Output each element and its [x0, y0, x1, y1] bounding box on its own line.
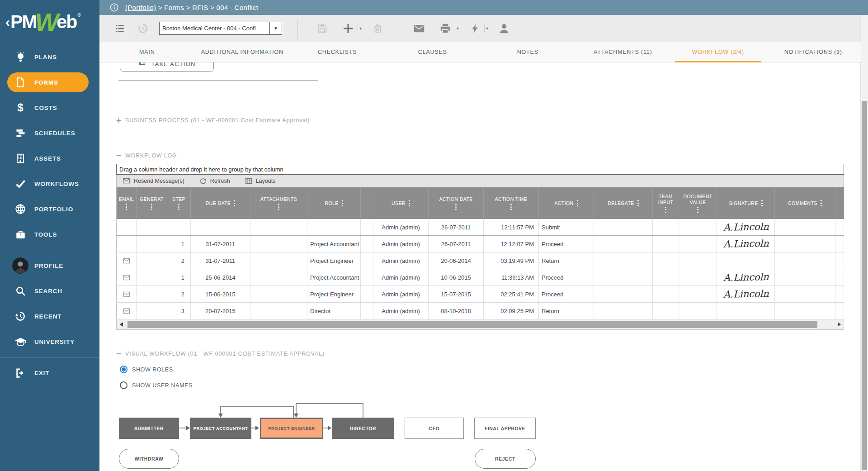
sidebar-item-costs[interactable]: $COSTS — [0, 95, 99, 120]
sidebar-item-forms[interactable]: FORMS — [0, 70, 99, 95]
history-button[interactable] — [137, 22, 149, 35]
sidebar-item-profile[interactable]: PROFILE — [0, 253, 99, 278]
tab-additional-information[interactable]: ADDITIONAL INFORMATION — [195, 42, 290, 62]
show-roles-radio[interactable]: SHOW ROLES — [120, 366, 173, 373]
sidebar-item-plans[interactable]: PLANS — [0, 44, 99, 70]
scroll-right-arrow[interactable] — [835, 319, 844, 329]
print-menu-caret[interactable]: ▾ — [457, 26, 459, 31]
column-header-delegate[interactable]: DELEGATE — [594, 187, 653, 219]
collapse-icon[interactable]: − — [116, 152, 121, 159]
pmweb-logo[interactable]: ‹PMWeb® — [0, 0, 99, 44]
column-menu-icon[interactable] — [577, 200, 578, 206]
workflow-node-director[interactable]: DIRECTOR — [332, 418, 394, 439]
tab-attachments-11[interactable]: ATTACHMENTS (11) — [576, 42, 671, 62]
tab-notifications-9[interactable]: NOTIFICATIONS (9) — [766, 42, 861, 62]
column-menu-icon[interactable] — [151, 204, 152, 210]
tab-clauses[interactable]: CLAUSES — [385, 42, 481, 62]
workflow-node-final-approve[interactable]: FINAL APPROVE — [474, 418, 536, 439]
column-menu-icon[interactable] — [821, 200, 822, 206]
bolt-menu-caret[interactable]: ▾ — [486, 26, 488, 31]
expand-icon[interactable]: + — [116, 117, 121, 124]
column-menu-icon[interactable] — [665, 207, 666, 213]
sidebar-item-search[interactable]: SEARCH — [0, 278, 99, 304]
resend-message-s-button[interactable]: Resend Message(s) — [122, 176, 184, 185]
table-row[interactable]: Admin (admin)26-07-201112:11:57 PMSubmit… — [117, 219, 844, 236]
print-button[interactable] — [439, 22, 452, 35]
sidebar-item-workflows[interactable]: WORKFLOWS — [0, 171, 99, 196]
column-header-comments[interactable]: COMMENTS — [775, 187, 835, 219]
column-header-action-date[interactable]: ACTION DATE — [429, 187, 484, 219]
take-action-button[interactable]: TAKE ACTION — [120, 62, 214, 72]
horizontal-scrollbar[interactable] — [116, 319, 844, 330]
table-row[interactable]: 320-07-2015DirectorAdmin (admin)08-10-20… — [117, 303, 844, 319]
column-menu-icon[interactable] — [455, 204, 457, 210]
tab-checklists[interactable]: CHECKLISTS — [290, 42, 385, 62]
column-menu-icon[interactable] — [278, 204, 279, 210]
layouts-button[interactable]: Layouts — [245, 177, 276, 185]
list-view-button[interactable] — [114, 23, 126, 34]
info-icon[interactable] — [109, 3, 119, 12]
breadcrumb-portfolio-link[interactable]: (Portfolio) — [125, 4, 156, 11]
column-header-email[interactable]: EMAIL — [117, 187, 137, 219]
column-menu-icon[interactable] — [637, 200, 639, 206]
sidebar-item-exit[interactable]: EXIT — [0, 360, 99, 385]
sidebar-item-recent[interactable]: RECENT — [0, 304, 99, 329]
workflow-node-project-engineer[interactable]: PROJECT ENGINEER — [260, 418, 323, 439]
table-row[interactable]: 131-07-2011Project AccountantAdmin (admi… — [117, 236, 844, 252]
column-menu-icon[interactable] — [342, 200, 343, 206]
record-selector-caret[interactable]: ▾ — [269, 22, 282, 34]
column-header-action[interactable]: ACTION — [539, 187, 594, 219]
collapse-icon[interactable]: − — [116, 351, 121, 357]
column-header-action-time[interactable]: ACTION TIME — [484, 187, 539, 219]
vertical-scroll-thumb[interactable] — [862, 101, 867, 470]
sidebar-item-portfolio[interactable]: PORTFOLIO — [0, 196, 99, 222]
column-header-step[interactable]: STEP — [167, 187, 191, 219]
sidebar-item-assets[interactable]: ASSETS — [0, 146, 99, 171]
column-header-attachments[interactable]: ATTACHMENTS — [250, 187, 307, 219]
workflow-node-project-accountant[interactable]: PROJECT ACCOUNTANT — [190, 418, 251, 439]
column-header-document-value[interactable]: DOCUMENT VALUE — [679, 187, 717, 219]
user-button[interactable] — [497, 22, 511, 35]
sidebar-item-schedules[interactable]: SCHEDULES — [0, 120, 99, 146]
scroll-left-arrow[interactable] — [117, 319, 126, 329]
sidebar-item-tools[interactable]: TOOLS — [0, 222, 99, 247]
actions-bolt-button[interactable] — [469, 22, 481, 35]
column-header-due-date[interactable]: DUE DATE — [191, 187, 250, 219]
table-row[interactable]: 231-07-2011Project EngineerAdmin (admin)… — [117, 252, 844, 269]
column-menu-icon[interactable] — [409, 200, 410, 206]
column-header-role[interactable]: ROLE — [307, 187, 361, 219]
column-header-team-input[interactable]: TEAM INPUT — [653, 187, 679, 219]
column-header-generat[interactable]: GENERAT — [137, 187, 167, 219]
column-header-signature[interactable]: SIGNATURE — [717, 187, 775, 219]
vertical-scrollbar[interactable] — [860, 15, 868, 471]
tab-workflow-2-4[interactable]: WORKFLOW (2/4) — [670, 42, 766, 62]
group-by-panel[interactable]: Drag a column header and drop it here to… — [116, 164, 844, 175]
workflow-node-submitter[interactable]: SUBMITTER — [119, 418, 179, 439]
column-menu-icon[interactable] — [126, 204, 127, 210]
save-button[interactable] — [316, 22, 329, 35]
record-selector-dropdown[interactable]: Boston Medical Center - 004 - Confl ▾ — [159, 22, 282, 35]
column-menu-icon[interactable] — [234, 200, 235, 206]
table-row[interactable]: 215-06-2015Project EngineerAdmin (admin)… — [117, 286, 844, 303]
add-menu-caret[interactable]: ▾ — [359, 26, 362, 31]
tab-notes[interactable]: NOTES — [480, 42, 576, 62]
workflow-node-cfo[interactable]: CFO — [405, 418, 464, 439]
show-user-names-radio[interactable]: SHOW USER NAMES — [120, 381, 193, 389]
table-row[interactable]: 125-06-2014Project AccountantAdmin (admi… — [117, 269, 844, 286]
column-menu-icon[interactable] — [510, 204, 512, 210]
column-menu-icon[interactable] — [761, 200, 763, 206]
column-menu-icon[interactable] — [178, 204, 179, 210]
delete-button[interactable] — [372, 22, 384, 34]
tab-main[interactable]: MAIN — [99, 42, 195, 62]
withdraw-button[interactable]: WITHDRAW — [119, 449, 179, 469]
radio-selected-icon[interactable] — [120, 366, 127, 373]
sidebar-item-university[interactable]: UNIVERSITY — [0, 329, 99, 354]
radio-unselected-icon[interactable] — [120, 381, 127, 389]
email-button[interactable] — [412, 22, 426, 35]
horizontal-scroll-thumb[interactable] — [127, 321, 817, 328]
column-header-user[interactable]: USER — [373, 187, 429, 219]
refresh-button[interactable]: Refresh — [199, 177, 230, 185]
column-menu-icon[interactable] — [697, 207, 698, 213]
reject-button[interactable]: REJECT — [475, 449, 536, 469]
add-button[interactable] — [341, 22, 355, 35]
